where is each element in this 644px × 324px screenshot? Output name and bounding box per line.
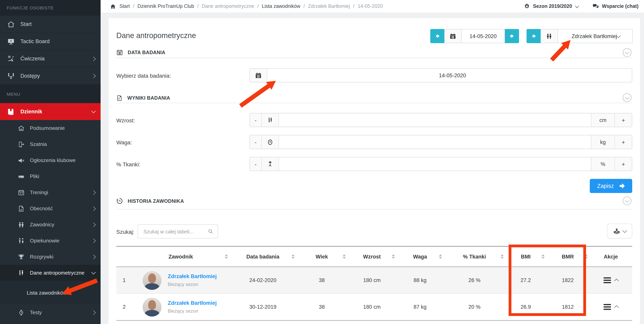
sidebar-subitem-dane-antropometryczne[interactable]: Dane antropometryczne [0, 265, 100, 281]
search-input[interactable] [143, 228, 208, 235]
height-increment-button[interactable]: + [614, 113, 632, 127]
breadcrumb-item[interactable]: Lista zawodników [262, 3, 300, 9]
sidebar-subitem-ogloszenia[interactable]: Ogłoszenia klubowe [0, 152, 100, 168]
sidebar-item-dostepy[interactable]: Dostępy [0, 67, 100, 85]
sidebar-subitem-obecnosc[interactable]: Obecność [0, 200, 100, 216]
col-wiek[interactable]: Wiek [296, 246, 347, 267]
exam-date-input[interactable]: 14-05-2020 [267, 69, 632, 82]
sidebar-item-label: Ćwiczenia [20, 56, 92, 62]
breadcrumb-item[interactable]: Dane antropometryczne [202, 3, 254, 9]
collapse-results-button[interactable] [623, 93, 632, 102]
row-menu-icon[interactable] [604, 277, 611, 283]
col-tkanki[interactable]: % Tkanki [444, 246, 505, 267]
player-link[interactable]: Zdrzałek Bartłomiej [168, 273, 217, 279]
row-menu-icon[interactable] [604, 304, 611, 310]
breadcrumb-separator: / [353, 3, 354, 9]
col-wzrost[interactable]: Wzrost [347, 246, 396, 267]
next-date-button[interactable] [505, 29, 519, 43]
date-nav-value[interactable]: 14-05-2020 [462, 29, 505, 43]
sidebar-section-personal: FUNKCJE OSOBISTE [0, 0, 100, 16]
breadcrumb-home-icon[interactable] [110, 3, 116, 9]
sidebar-subitem-pliki[interactable]: Pliki [0, 168, 100, 184]
summary-home-icon [17, 124, 25, 132]
height-ruler-icon [262, 113, 279, 127]
player-select[interactable]: Zdrzałek Bartłomiej [558, 29, 632, 43]
fat-increment-button[interactable]: + [614, 157, 632, 171]
chevron-right-icon [91, 310, 96, 315]
save-button[interactable]: Zapisz [590, 179, 632, 193]
topbar: Start / Dziennik ProTrainUp Club / Dane … [100, 0, 644, 12]
divider [116, 103, 632, 103]
section-title: WYNIKI BADANIA [127, 95, 170, 101]
exercises-tactics-icon [7, 54, 15, 63]
fat-input[interactable] [279, 157, 591, 171]
trainings-calendar-icon [17, 188, 25, 196]
sidebar-subitem-zawodnicy[interactable]: Zawodnicy [0, 216, 100, 233]
sort-icon[interactable] [500, 254, 504, 259]
weight-increment-button[interactable]: + [614, 135, 632, 149]
prev-player-button[interactable] [526, 29, 541, 43]
sidebar-item-start[interactable]: Start [0, 16, 100, 33]
sort-icon[interactable] [439, 254, 442, 259]
sidebar-subitem-opiekunowie[interactable]: Opiekunowie [0, 233, 100, 249]
actions-cell [590, 267, 632, 294]
height-unit: cm [591, 113, 614, 127]
access-network-icon [7, 72, 15, 80]
avatar [143, 298, 162, 316]
col-data-badania[interactable]: Data badania [230, 246, 296, 267]
breadcrumb-item[interactable]: Start [120, 3, 130, 9]
players-icon [17, 221, 25, 228]
sidebar-subitem-szatnia[interactable]: Szatnia [0, 136, 100, 152]
support-label: Wsparcie (chat) [602, 3, 638, 9]
sidebar-item-cwiczenia[interactable]: Ćwiczenia [0, 50, 100, 67]
col-bmr[interactable]: BMR [546, 246, 590, 267]
sort-icon[interactable] [225, 254, 228, 259]
sidebar-subitem-testy[interactable]: Testy [0, 304, 100, 321]
sort-icon[interactable] [292, 254, 295, 259]
col-waga[interactable]: Waga [396, 246, 444, 267]
export-button[interactable] [607, 224, 632, 238]
col-zawodnik[interactable]: Zawodnik [132, 246, 230, 267]
topbar-right: Sezon 2019/2020 Wsparcie (chat) [524, 3, 638, 9]
main-card: Dane antropometryczne 14-05-2020 Zdrz [108, 18, 640, 324]
player-link[interactable]: Zdrzałek Bartłomiej [168, 300, 217, 306]
calendar-button[interactable] [444, 29, 462, 43]
sidebar-subitem-lista-zawodnikow[interactable]: Lista zawodników [0, 281, 100, 304]
breadcrumb-item[interactable]: Dziennik ProTrainUp Club [138, 3, 194, 9]
sidebar-subitem-treningi[interactable]: Treningi [0, 184, 100, 200]
exam-date-input-group: 14-05-2020 [250, 68, 632, 82]
bmr-cell: 1822 [546, 267, 590, 294]
sidebar-item-dziennik[interactable]: Dziennik [0, 103, 100, 120]
export-icon [613, 227, 620, 235]
sort-icon[interactable] [392, 254, 395, 259]
sidebar-item-tactic-board[interactable]: Tactic Board [0, 33, 100, 50]
section-title: DATA BADANIA [128, 50, 166, 55]
collapse-exam-date-button[interactable] [623, 48, 632, 57]
support-chat[interactable]: Wsparcie (chat) [592, 3, 638, 9]
weight-input[interactable] [279, 135, 591, 149]
sidebar-subitem-rozgrywki[interactable]: Rozgrywki [0, 249, 100, 265]
sort-icon[interactable] [542, 254, 544, 259]
calendar-icon[interactable] [250, 69, 267, 82]
player-cell: Zdrzałek Bartłomiej Bieżący sezon [132, 267, 230, 294]
tactic-board-icon [7, 37, 15, 46]
height-decrement-button[interactable]: - [250, 113, 262, 127]
sidebar-subitem-podsumowanie[interactable]: Podsumowanie [0, 120, 100, 136]
chevron-up-icon[interactable] [614, 305, 619, 310]
prev-date-button[interactable] [430, 29, 444, 43]
collapse-history-button[interactable] [623, 196, 632, 205]
season-selector[interactable]: Sezon 2019/2020 [524, 3, 578, 9]
sidebar-subitem-label: Dane antropometryczne [30, 270, 92, 276]
sort-icon[interactable] [343, 254, 346, 259]
fat-decrement-button[interactable]: - [250, 157, 262, 171]
col-bmi[interactable]: BMI [505, 246, 546, 267]
height-input[interactable] [279, 113, 591, 127]
breadcrumb: Start / Dziennik ProTrainUp Club / Dane … [110, 3, 383, 9]
chevron-up-icon[interactable] [614, 279, 619, 283]
sidebar-subitem-label: Obecność [30, 205, 92, 211]
breadcrumb-item[interactable]: Zdrzałek Bartłomiej [308, 3, 350, 9]
breadcrumb-item[interactable]: 14-05-2020 [358, 3, 383, 9]
chevron-right-icon [91, 74, 96, 78]
sort-icon[interactable] [585, 254, 588, 259]
weight-decrement-button[interactable]: - [250, 135, 262, 149]
